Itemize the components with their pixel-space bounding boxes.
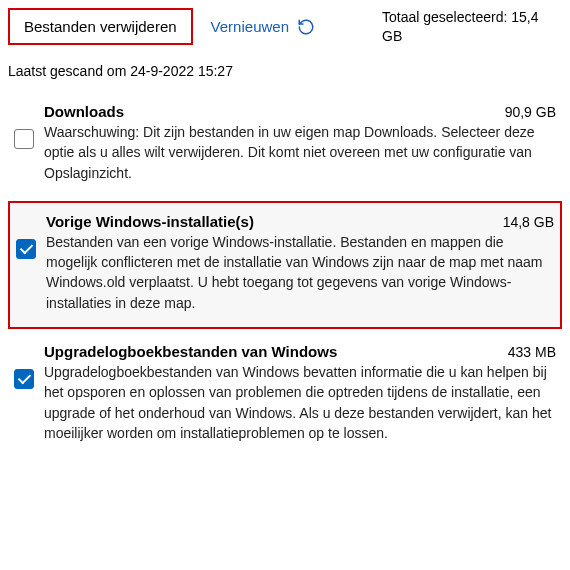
refresh-icon (297, 18, 315, 36)
checkbox-upgrade-logs[interactable] (14, 369, 34, 389)
item-title: Upgradelogboekbestanden van Windows (44, 343, 337, 360)
refresh-label: Vernieuwen (211, 18, 289, 35)
item-title: Vorige Windows-installatie(s) (46, 213, 254, 230)
refresh-button[interactable]: Vernieuwen (207, 12, 319, 42)
item-body: Vorige Windows-installatie(s) 14,8 GB Be… (46, 213, 554, 313)
item-header: Vorige Windows-installatie(s) 14,8 GB (46, 213, 554, 232)
list-item: Vorige Windows-installatie(s) 14,8 GB Be… (8, 201, 562, 329)
item-description: Bestanden van een vorige Windows-install… (46, 232, 554, 313)
item-header: Upgradelogboekbestanden van Windows 433 … (44, 343, 556, 362)
item-size: 433 MB (508, 344, 556, 360)
item-description: Upgradelogboekbestanden van Windows beva… (44, 362, 556, 443)
item-title: Downloads (44, 103, 124, 120)
item-header: Downloads 90,9 GB (44, 103, 556, 122)
item-body: Upgradelogboekbestanden van Windows 433 … (44, 343, 556, 443)
item-body: Downloads 90,9 GB Waarschuwing: Dit zijn… (44, 103, 556, 183)
item-size: 90,9 GB (505, 104, 556, 120)
list-item: Downloads 90,9 GB Waarschuwing: Dit zijn… (8, 93, 562, 197)
total-selected-label: Totaal geselecteerd: (382, 9, 507, 25)
checkbox-downloads[interactable] (14, 129, 34, 149)
item-description: Waarschuwing: Dit zijn bestanden in uw e… (44, 122, 556, 183)
delete-files-button[interactable]: Bestanden verwijderen (8, 8, 193, 45)
checkbox-previous-windows[interactable] (16, 239, 36, 259)
last-scanned-text: Laatst gescand om 24-9-2022 15:27 (8, 63, 562, 79)
total-selected: Totaal geselecteerd: 15,4 GB (382, 8, 562, 44)
item-size: 14,8 GB (503, 214, 554, 230)
list-item: Upgradelogboekbestanden van Windows 433 … (8, 333, 562, 457)
toolbar: Bestanden verwijderen Vernieuwen Totaal … (8, 8, 562, 45)
